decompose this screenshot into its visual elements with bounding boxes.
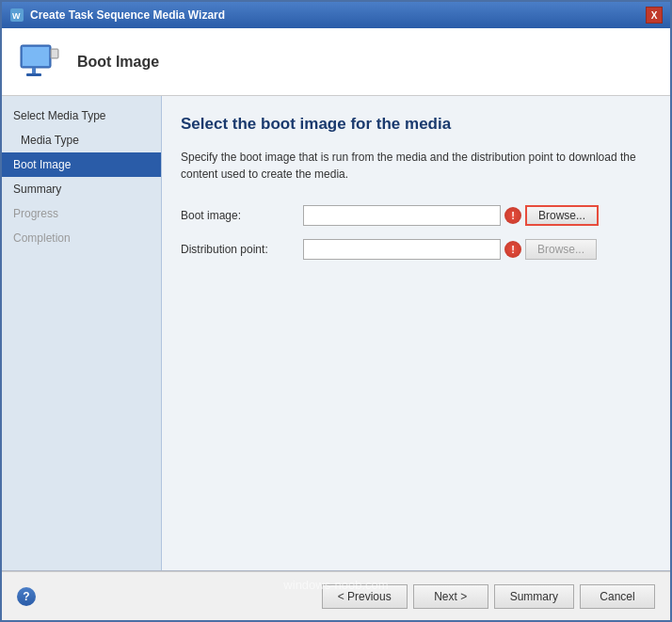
window-icon: W	[9, 8, 24, 23]
footer: ? < Previous Next > Summary Cancel	[2, 571, 670, 620]
help-button[interactable]: ?	[17, 587, 36, 606]
distribution-point-input-wrap: ! Browse...	[303, 239, 597, 260]
sidebar-item-media-type[interactable]: Media Type	[2, 128, 161, 152]
close-button[interactable]: X	[646, 7, 663, 24]
distribution-point-input[interactable]	[303, 239, 501, 260]
content-description: Specify the boot image that is run from …	[181, 149, 651, 183]
svg-rect-5	[26, 73, 41, 76]
footer-buttons: < Previous Next > Summary Cancel	[322, 584, 655, 609]
footer-left: ?	[17, 587, 36, 606]
header-section: Boot Image	[2, 28, 670, 96]
boot-image-label: Boot image:	[181, 209, 303, 222]
boot-image-input[interactable]	[303, 205, 501, 226]
next-button[interactable]: Next >	[413, 584, 488, 609]
cancel-button[interactable]: Cancel	[580, 584, 655, 609]
distribution-point-row: Distribution point: ! Browse...	[181, 239, 651, 260]
sidebar: Select Media Type Media Type Boot Image …	[2, 96, 162, 570]
sidebar-item-select-media-type[interactable]: Select Media Type	[2, 104, 161, 128]
distribution-point-error-icon: !	[504, 241, 521, 258]
sidebar-item-boot-image[interactable]: Boot Image	[2, 152, 161, 177]
summary-button[interactable]: Summary	[494, 584, 574, 609]
distribution-point-browse-button: Browse...	[525, 239, 597, 260]
sidebar-item-summary[interactable]: Summary	[2, 177, 161, 201]
sidebar-item-completion: Completion	[2, 226, 161, 250]
title-bar: W Create Task Sequence Media Wizard X	[2, 2, 670, 28]
svg-rect-7	[52, 50, 57, 57]
previous-button[interactable]: < Previous	[322, 584, 408, 609]
wizard-window: W Create Task Sequence Media Wizard X Bo…	[0, 0, 672, 622]
svg-text:W: W	[12, 11, 21, 21]
boot-image-error-icon: !	[504, 207, 521, 224]
boot-image-row: Boot image: ! Browse...	[181, 205, 651, 226]
main-content: Select Media Type Media Type Boot Image …	[2, 96, 670, 570]
title-bar-left: W Create Task Sequence Media Wizard	[9, 8, 225, 23]
sidebar-item-progress: Progress	[2, 201, 161, 226]
boot-image-input-wrap: ! Browse...	[303, 205, 599, 226]
svg-rect-3	[23, 47, 49, 66]
distribution-point-label: Distribution point:	[181, 243, 303, 256]
content-area: Select the boot image for the media Spec…	[162, 96, 670, 570]
content-title: Select the boot image for the media	[181, 115, 651, 134]
boot-image-browse-button[interactable]: Browse...	[525, 205, 599, 226]
computer-icon	[17, 40, 62, 85]
header-title: Boot Image	[77, 54, 159, 71]
svg-rect-4	[32, 68, 36, 73]
title-bar-title: Create Task Sequence Media Wizard	[30, 8, 225, 22]
header-icon	[17, 40, 62, 85]
